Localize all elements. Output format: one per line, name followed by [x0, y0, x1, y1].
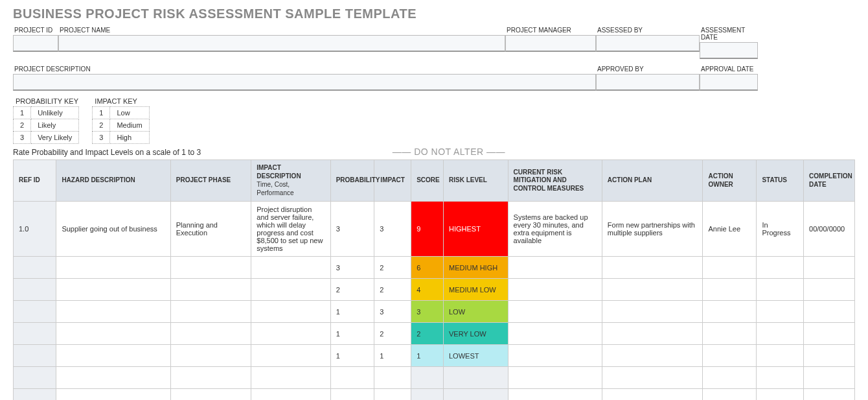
table-cell[interactable]	[757, 367, 804, 389]
table-cell[interactable]: In Progress	[757, 202, 804, 257]
table-cell[interactable]	[508, 257, 602, 279]
table-cell[interactable]	[56, 323, 170, 345]
table-cell[interactable]	[251, 345, 330, 367]
table-cell[interactable]	[602, 301, 703, 323]
table-cell[interactable]	[14, 323, 56, 345]
table-cell[interactable]	[411, 389, 444, 401]
table-cell[interactable]	[757, 389, 804, 401]
table-cell[interactable]: LOW	[443, 301, 508, 323]
table-cell[interactable]: 00/00/0000	[804, 202, 855, 257]
table-cell[interactable]	[508, 389, 602, 401]
table-cell[interactable]	[602, 389, 703, 401]
table-cell[interactable]	[56, 301, 170, 323]
meta-input[interactable]	[700, 42, 758, 59]
table-cell[interactable]: 3	[330, 202, 374, 257]
table-cell[interactable]: 3	[374, 202, 411, 257]
table-cell[interactable]	[170, 389, 251, 401]
table-cell[interactable]	[56, 367, 170, 389]
table-cell[interactable]	[602, 279, 703, 301]
table-cell[interactable]	[703, 279, 757, 301]
table-cell[interactable]: LOWEST	[443, 345, 508, 367]
meta-input[interactable]	[596, 35, 700, 52]
table-cell[interactable]	[508, 279, 602, 301]
table-cell[interactable]	[170, 323, 251, 345]
table-cell[interactable]	[703, 323, 757, 345]
table-cell[interactable]: Planning and Execution	[170, 202, 251, 257]
table-cell[interactable]	[602, 323, 703, 345]
table-cell[interactable]: Annie Lee	[703, 202, 757, 257]
table-cell[interactable]: 1.0	[14, 202, 56, 257]
table-cell[interactable]	[804, 367, 855, 389]
table-cell[interactable]	[56, 389, 170, 401]
table-cell[interactable]: Project disruption and server failure, w…	[251, 202, 330, 257]
table-cell[interactable]	[251, 279, 330, 301]
table-cell[interactable]: 9	[411, 202, 444, 257]
table-cell[interactable]	[602, 345, 703, 367]
table-cell[interactable]: 1	[330, 323, 374, 345]
table-cell[interactable]	[56, 257, 170, 279]
table-cell[interactable]	[757, 257, 804, 279]
table-cell[interactable]	[804, 345, 855, 367]
table-cell[interactable]	[14, 279, 56, 301]
table-cell[interactable]: 3	[330, 257, 374, 279]
table-cell[interactable]	[251, 323, 330, 345]
table-cell[interactable]	[508, 323, 602, 345]
table-cell[interactable]	[374, 389, 411, 401]
table-cell[interactable]: 1	[330, 301, 374, 323]
meta-input[interactable]	[700, 74, 758, 91]
table-cell[interactable]	[703, 367, 757, 389]
table-cell[interactable]	[56, 345, 170, 367]
table-cell[interactable]	[804, 389, 855, 401]
table-cell[interactable]: 1	[330, 345, 374, 367]
table-cell[interactable]: MEDIUM HIGH	[443, 257, 508, 279]
table-cell[interactable]: HIGHEST	[443, 202, 508, 257]
table-cell[interactable]	[251, 367, 330, 389]
table-cell[interactable]: MEDIUM LOW	[443, 279, 508, 301]
table-cell[interactable]	[170, 301, 251, 323]
table-cell[interactable]	[14, 257, 56, 279]
table-cell[interactable]	[757, 301, 804, 323]
table-cell[interactable]	[757, 279, 804, 301]
table-cell[interactable]: 6	[411, 257, 444, 279]
table-cell[interactable]: VERY LOW	[443, 323, 508, 345]
table-cell[interactable]	[804, 279, 855, 301]
table-cell[interactable]	[14, 367, 56, 389]
table-cell[interactable]: 1	[374, 345, 411, 367]
table-cell[interactable]	[14, 345, 56, 367]
meta-input[interactable]	[13, 35, 58, 52]
table-cell[interactable]	[411, 367, 444, 389]
table-cell[interactable]	[703, 301, 757, 323]
table-cell[interactable]: Supplier going out of business	[56, 202, 170, 257]
table-cell[interactable]	[703, 345, 757, 367]
table-cell[interactable]: 2	[374, 257, 411, 279]
table-cell[interactable]: Form new partnerships with multiple supp…	[602, 202, 703, 257]
table-cell[interactable]	[251, 257, 330, 279]
table-cell[interactable]: Systems are backed up every 30 minutes, …	[508, 202, 602, 257]
table-cell[interactable]	[374, 367, 411, 389]
table-cell[interactable]: 2	[374, 323, 411, 345]
table-cell[interactable]	[804, 301, 855, 323]
table-cell[interactable]	[804, 323, 855, 345]
table-cell[interactable]	[602, 367, 703, 389]
meta-input[interactable]	[58, 35, 505, 52]
table-cell[interactable]	[170, 367, 251, 389]
table-cell[interactable]	[330, 389, 374, 401]
table-cell[interactable]	[602, 257, 703, 279]
table-cell[interactable]	[703, 257, 757, 279]
table-cell[interactable]	[508, 367, 602, 389]
table-cell[interactable]	[170, 345, 251, 367]
table-cell[interactable]	[14, 301, 56, 323]
table-cell[interactable]	[757, 345, 804, 367]
table-cell[interactable]	[443, 367, 508, 389]
meta-input[interactable]	[13, 74, 596, 91]
table-cell[interactable]	[508, 301, 602, 323]
table-cell[interactable]	[56, 279, 170, 301]
table-cell[interactable]	[443, 389, 508, 401]
meta-input[interactable]	[596, 74, 700, 91]
table-cell[interactable]: 2	[411, 323, 444, 345]
table-cell[interactable]	[508, 345, 602, 367]
table-cell[interactable]	[251, 301, 330, 323]
table-cell[interactable]	[14, 389, 56, 401]
table-cell[interactable]	[804, 257, 855, 279]
table-cell[interactable]	[330, 367, 374, 389]
